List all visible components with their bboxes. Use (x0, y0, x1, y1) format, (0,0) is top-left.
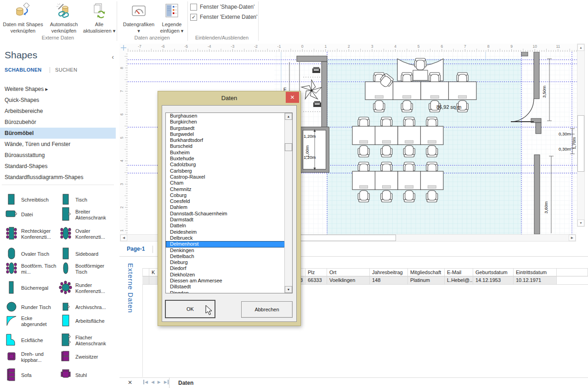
page-tab-page1[interactable]: Page-1 (127, 246, 145, 252)
dialog-list-item[interactable]: Burgkirchen (166, 119, 292, 125)
dialog-list-item[interactable]: Dettelbach (166, 253, 292, 259)
shape-item[interactable]: Bootförmiger Tisch (59, 261, 113, 277)
tab-daten[interactable]: Daten (178, 380, 193, 386)
shape-item[interactable]: Ovaler Tisch (5, 246, 59, 262)
table-header-cell[interactable]: Plz (305, 268, 327, 276)
wall-shape[interactable] (536, 123, 541, 134)
table-header-cell[interactable]: E-Mail (445, 268, 473, 276)
dialog-list-item[interactable]: Delbrueck (166, 235, 292, 241)
dialog-list-item[interactable]: Coburg (166, 192, 292, 198)
dialog-list-item[interactable]: Buxtehude (166, 156, 292, 162)
scroll-down-icon[interactable]: ▼ (285, 286, 292, 293)
table-header-cell[interactable]: Mitgliedschaft (408, 268, 445, 276)
shape-item[interactable]: Sideboard (59, 246, 113, 262)
shape-item[interactable]: Zweisitzer (59, 349, 113, 365)
dialog-list-item[interactable]: Cham (166, 180, 292, 186)
scroll-down-icon[interactable]: ▼ (577, 219, 584, 226)
shape-item[interactable]: Runder Konferenzti... (59, 280, 113, 296)
dialog-list-item[interactable]: Dillstaedt (166, 284, 292, 290)
table-header-cell[interactable]: Ort (327, 268, 370, 276)
dialog-list-item[interactable]: Dingden (166, 290, 292, 293)
dialog-list-item[interactable]: Cadolzburg (166, 162, 292, 168)
tab-schablonen[interactable]: SCHABLONEN (5, 67, 42, 73)
scroll-up-icon[interactable]: ▲ (285, 113, 292, 120)
cancel-button[interactable]: Abbrechen (241, 301, 293, 318)
shape-item[interactable]: Ovaler Konferenzti... (59, 226, 113, 242)
dialog-list-item[interactable]: Burghausen (166, 113, 292, 119)
close-icon[interactable]: ✕ (128, 379, 132, 386)
dialog-list-item[interactable]: Carlsberg (166, 168, 292, 174)
stencil-item[interactable]: Bürozubehör (0, 117, 116, 128)
table-header-cell[interactable]: Eintrittsdatum (514, 268, 557, 276)
printer-shape[interactable] (313, 101, 321, 107)
table-header-cell[interactable] (557, 268, 588, 276)
dialog-list-item[interactable]: Delmenhorst (166, 241, 292, 247)
table-header-cell[interactable]: Geburtsdatum (473, 268, 514, 276)
dialog-list-item[interactable]: Denkingen (166, 247, 292, 253)
dialog-close-icon[interactable]: ✕ (286, 92, 299, 103)
shape-item[interactable]: Ecke abgerundet (5, 313, 59, 329)
dialog-list-item[interactable]: Burgwedel (166, 131, 292, 137)
checkbox-box[interactable]: ✓ (190, 14, 197, 21)
shape-item[interactable]: Bücherregal (5, 280, 59, 296)
shape-item[interactable]: Arbeitsfläche (59, 313, 113, 329)
collapse-panel-icon[interactable]: ‹ (112, 53, 114, 61)
stencil-item[interactable]: Arbeitsbereiche (0, 106, 116, 117)
listbox-scrollbar[interactable]: ▲ ▼ (284, 113, 292, 293)
nav-next-icon[interactable]: ▶ (158, 380, 161, 384)
dialog-list-item[interactable]: Diedorf (166, 265, 292, 271)
wall-shape[interactable] (322, 62, 327, 129)
stencil-item[interactable]: Weitere Shapes ▸ (0, 84, 116, 95)
dialog-list-item[interactable]: Burkhardtsdorf (166, 137, 292, 143)
wall-shape[interactable] (297, 56, 327, 62)
scroll-up-icon[interactable]: ▲ (577, 44, 584, 51)
wall-shape[interactable] (534, 155, 540, 234)
shape-item[interactable]: Schreibtisch (5, 192, 59, 208)
shape-item[interactable]: Datei (5, 207, 59, 223)
vertical-scrollbar[interactable]: ▲ ▼ (577, 44, 585, 227)
checkbox-box[interactable] (190, 4, 197, 11)
dialog-list-item[interactable]: Diessen am Ammersee (166, 278, 292, 284)
dialog-list-item[interactable]: Diekholzen (166, 272, 292, 278)
dialog-list-item[interactable]: Castrop-Rauxel (166, 174, 292, 180)
stencil-item[interactable]: Büromöbel (0, 128, 116, 139)
nav-first-icon[interactable]: ◀ (143, 380, 148, 384)
stencil-item[interactable]: Standard-Shapes (0, 161, 116, 172)
stencil-item[interactable]: Büroausstattung (0, 150, 116, 161)
dialog-list-item[interactable]: Datteln (166, 223, 292, 229)
stencil-item[interactable]: Quick-Shapes (0, 95, 116, 106)
printer-shape[interactable] (312, 67, 320, 73)
checkbox-fenster-externe-daten[interactable]: ✓ Fenster 'Externe Daten' (190, 13, 257, 21)
shape-item[interactable]: Breiter Aktenschrank (59, 207, 113, 223)
city-listbox[interactable]: BurghausenBurgkirchenBurgstaedtBurgwedel… (165, 112, 293, 293)
dialog-list-item[interactable]: Coesfeld (166, 198, 292, 204)
nav-prev-icon[interactable]: ◀ (151, 380, 154, 384)
shape-item[interactable]: Sofa (5, 367, 59, 383)
tab-suchen[interactable]: SUCHEN (55, 67, 77, 73)
table-header-cell[interactable]: Jahresbeitrag (370, 268, 408, 276)
dialog-list-item[interactable]: Chemnitz (166, 186, 292, 192)
wall-shape[interactable] (521, 52, 528, 56)
shape-item[interactable]: Flacher Aktenschrank (59, 332, 113, 349)
dialog-list-item[interactable]: Burgstaedt (166, 125, 292, 131)
shape-item[interactable]: Bootförm. Tisch mi... (5, 261, 59, 277)
stencil-item[interactable]: Standardflussdiagramm-Shapes (0, 172, 116, 183)
shape-item[interactable]: Tisch (59, 192, 113, 208)
dialog-list-item[interactable]: Buxheim (166, 150, 292, 156)
shape-item[interactable]: Rechteckiger Konferenzti... (5, 226, 59, 242)
listbox-scroll-thumb[interactable] (285, 143, 292, 151)
wall-shape[interactable] (534, 52, 539, 99)
stencil-item[interactable]: Wände, Türen und Fenster (0, 139, 116, 150)
shape-item[interactable]: Stuhl (59, 367, 113, 383)
vscroll-thumb[interactable] (577, 115, 584, 172)
dialog-list-item[interactable]: Dannstadt-Schauernheim (166, 211, 292, 217)
dialog-list-item[interactable]: Dieburg (166, 259, 292, 265)
checkbox-fenster-shape-daten[interactable]: Fenster 'Shape-Daten' (190, 3, 254, 11)
shape-item[interactable]: Eckfläche (5, 332, 59, 349)
dialog-list-item[interactable]: Dahlem (166, 204, 292, 210)
dialog-list-item[interactable]: Darmstadt (166, 217, 292, 223)
dialog-list-item[interactable]: Burscheid (166, 143, 292, 149)
scroll-left-icon[interactable]: ◀ (120, 235, 127, 241)
nav-last-icon[interactable]: ▶ (164, 380, 169, 384)
shape-item[interactable]: Dreh- und kippbar... (5, 349, 59, 365)
